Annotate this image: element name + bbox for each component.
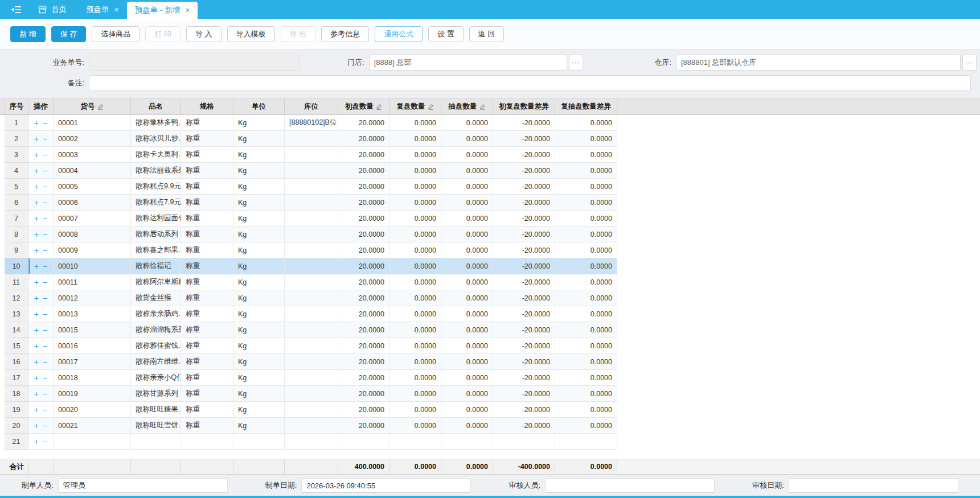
warehouse-picker-button[interactable]: ··· — [962, 55, 977, 71]
cell-code[interactable]: 00008 — [54, 227, 131, 242]
table-row[interactable]: 15+−00016散称雅佳蜜饯...称重Kg20.00000.00000.000… — [0, 338, 980, 354]
add-row-icon[interactable]: + — [34, 167, 39, 175]
cell-qty3[interactable]: 0.0000 — [441, 354, 493, 370]
save-button[interactable]: 保 存 — [51, 26, 87, 42]
cell-code[interactable]: 00009 — [54, 242, 131, 258]
cell-qty3[interactable]: 0.0000 — [441, 163, 493, 179]
cell-qty2[interactable] — [389, 434, 441, 450]
table-row[interactable]: 12+−00012散货金丝猴称重Kg20.00000.00000.0000-20… — [0, 290, 980, 306]
cell-qty3[interactable] — [441, 434, 493, 450]
add-row-icon[interactable]: + — [34, 358, 39, 366]
cell-qty3[interactable]: 0.0000 — [441, 115, 493, 131]
remove-row-icon[interactable]: − — [43, 326, 47, 334]
cell-qty3[interactable]: 0.0000 — [441, 306, 493, 322]
cell-qty1[interactable]: 20.0000 — [338, 227, 389, 242]
cell-qty1[interactable]: 20.0000 — [338, 147, 389, 163]
table-row[interactable]: 10+−00010散称徐福记称重Kg20.00000.00000.0000-20… — [0, 258, 980, 274]
add-row-icon[interactable]: + — [34, 183, 39, 191]
select-goods-button[interactable]: 选择商品 — [92, 26, 140, 42]
cell-qty1[interactable]: 20.0000 — [338, 163, 389, 179]
table-row[interactable]: 5+−00005散称糕点9.9元...称重Kg20.00000.00000.00… — [0, 179, 980, 195]
cell-qty1[interactable]: 20.0000 — [338, 131, 389, 147]
cell-qty1[interactable]: 20.0000 — [338, 211, 389, 227]
remove-row-icon[interactable]: − — [43, 374, 47, 382]
cell-qty3[interactable]: 0.0000 — [441, 258, 493, 274]
table-row[interactable]: 2+−00002散称冰贝儿炒...称重Kg20.00000.00000.0000… — [0, 131, 980, 147]
cell-qty3[interactable]: 0.0000 — [441, 322, 493, 338]
cell-qty2[interactable]: 0.0000 — [389, 227, 441, 242]
remove-row-icon[interactable]: − — [43, 183, 47, 191]
table-row[interactable]: 20+−00021散称旺旺雪饼...称重Kg20.00000.00000.000… — [0, 418, 980, 434]
remark-input[interactable] — [89, 75, 971, 91]
table-row[interactable]: 14+−00015散称溜溜梅系列称重Kg20.00000.00000.0000-… — [0, 322, 980, 338]
add-row-icon[interactable]: + — [34, 246, 39, 254]
add-row-icon[interactable]: + — [34, 374, 39, 382]
add-row-icon[interactable]: + — [34, 390, 39, 398]
table-row[interactable]: 19+−00020散称旺旺糖果...称重Kg20.00000.00000.000… — [0, 402, 980, 418]
remove-row-icon[interactable]: − — [43, 199, 47, 207]
add-row-icon[interactable]: + — [34, 342, 39, 350]
cell-qty1[interactable]: 20.0000 — [338, 386, 389, 402]
table-row[interactable]: 16+−00017散称南方维维...称重Kg20.00000.00000.000… — [0, 354, 980, 370]
add-row-icon[interactable]: + — [34, 119, 39, 127]
table-row[interactable]: 17+−00018散称亲亲小Q仔称重Kg20.00000.00000.0000-… — [0, 370, 980, 386]
cell-qty3[interactable]: 0.0000 — [441, 418, 493, 434]
cell-qty3[interactable]: 0.0000 — [441, 274, 493, 290]
cell-code[interactable]: 00013 — [54, 306, 131, 322]
add-row-icon[interactable]: + — [34, 135, 39, 143]
cell-qty2[interactable]: 0.0000 — [389, 370, 441, 386]
cell-qty3[interactable]: 0.0000 — [441, 386, 493, 402]
cell-qty1[interactable]: 20.0000 — [338, 115, 389, 131]
cell-qty2[interactable]: 0.0000 — [389, 274, 441, 290]
add-row-icon[interactable]: + — [34, 326, 39, 334]
cell-qty2[interactable]: 0.0000 — [389, 322, 441, 338]
cell-qty3[interactable]: 0.0000 — [441, 370, 493, 386]
cell-code[interactable]: 00021 — [54, 418, 131, 434]
table-row[interactable]: 9+−00009散称喜之郎果...称重Kg20.00000.00000.0000… — [0, 242, 980, 258]
remove-row-icon[interactable]: − — [43, 438, 47, 446]
import-template-button[interactable]: 导入模板 — [227, 26, 275, 42]
add-row-icon[interactable]: + — [34, 262, 39, 270]
add-row-icon[interactable]: + — [34, 231, 39, 238]
table-row[interactable]: 3+−00003散称卡夫奥利...称重Kg20.00000.00000.0000… — [0, 147, 980, 163]
cell-qty2[interactable]: 0.0000 — [389, 163, 441, 179]
common-formula-button[interactable]: 通用公式 — [375, 26, 423, 42]
cell-code[interactable] — [54, 434, 131, 450]
cell-code[interactable]: 00004 — [54, 163, 131, 179]
cell-qty1[interactable]: 20.0000 — [338, 338, 389, 354]
new-button[interactable]: 新 增 — [10, 26, 46, 42]
cell-qty3[interactable]: 0.0000 — [441, 147, 493, 163]
cell-code[interactable]: 00006 — [54, 195, 131, 211]
cell-qty2[interactable]: 0.0000 — [389, 402, 441, 418]
cell-qty1[interactable]: 20.0000 — [338, 258, 389, 274]
cell-qty3[interactable]: 0.0000 — [441, 338, 493, 354]
remove-row-icon[interactable]: − — [43, 342, 47, 350]
cell-code[interactable]: 00012 — [54, 290, 131, 306]
reference-info-button[interactable]: 参考信息 — [321, 26, 369, 42]
cell-qty1[interactable]: 20.0000 — [338, 418, 389, 434]
cell-qty3[interactable]: 0.0000 — [441, 402, 493, 418]
creator-input[interactable] — [58, 478, 228, 493]
collapse-menu-icon[interactable] — [10, 0, 22, 19]
warehouse-input[interactable] — [676, 55, 961, 71]
cell-qty1[interactable]: 20.0000 — [338, 195, 389, 211]
audit-date-input[interactable] — [789, 478, 958, 493]
table-row[interactable]: 4+−00004散称法丽兹系列称重Kg20.00000.00000.0000-2… — [0, 163, 980, 179]
cell-code[interactable]: 00001 — [54, 115, 131, 131]
remove-row-icon[interactable]: − — [43, 151, 47, 159]
cell-qty2[interactable]: 0.0000 — [389, 242, 441, 258]
horizontal-scrollbar[interactable] — [0, 450, 980, 459]
remove-row-icon[interactable]: − — [43, 262, 47, 270]
remove-row-icon[interactable]: − — [43, 406, 47, 414]
add-row-icon[interactable]: + — [34, 151, 39, 159]
cell-qty1[interactable]: 20.0000 — [338, 242, 389, 258]
cell-qty2[interactable]: 0.0000 — [389, 338, 441, 354]
add-row-icon[interactable]: + — [34, 199, 39, 207]
table-row[interactable]: 1+−00001散称豫林多鸭...称重Kg[88880102]B位20.0000… — [0, 115, 980, 131]
cell-qty1[interactable]: 20.0000 — [338, 322, 389, 338]
remove-row-icon[interactable]: − — [43, 167, 47, 175]
cell-qty2[interactable]: 0.0000 — [389, 131, 441, 147]
table-row[interactable]: 21+− — [0, 434, 980, 450]
cell-code[interactable]: 00015 — [54, 322, 131, 338]
add-row-icon[interactable]: + — [34, 294, 39, 302]
